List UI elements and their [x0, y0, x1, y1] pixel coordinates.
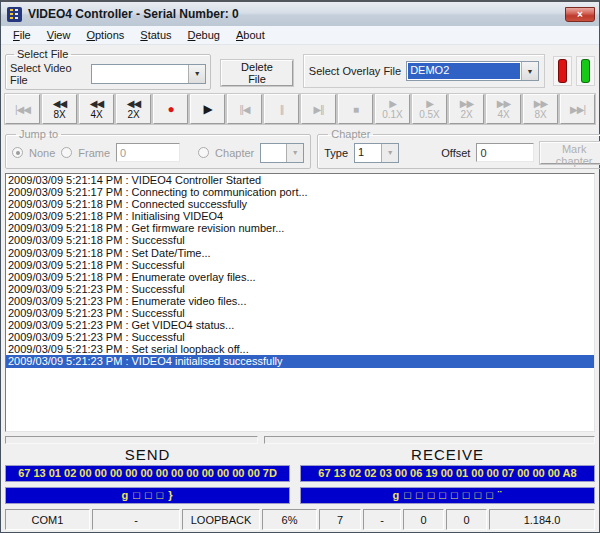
log-row[interactable]: 2009/03/09 5:21:18 PM : Get firmware rev…: [6, 222, 594, 234]
app-icon: [7, 7, 22, 22]
jump-chapter-radio: [198, 147, 209, 158]
led-indicators: [553, 56, 595, 86]
log-row[interactable]: 2009/03/09 5:21:17 PM : Connecting to co…: [6, 186, 594, 198]
status-bar: COM1-LOOPBACK6%7-001.184.0: [5, 509, 595, 530]
jump-none-label: None: [29, 147, 55, 159]
status-cell-3: 6%: [262, 509, 317, 530]
send-header: SEND: [5, 446, 290, 464]
log-row[interactable]: 2009/03/09 5:21:18 PM : Enumerate overla…: [6, 271, 594, 283]
chevron-down-icon[interactable]: ▼: [521, 62, 538, 80]
select-file-row: Select File Select Video File ▼ Delete F…: [5, 48, 595, 92]
stop-icon: ■: [353, 104, 358, 115]
forward-01x-button: ▶0.1X: [375, 94, 410, 124]
menu-bar: FileViewOptionsStatusDebugAbout: [1, 26, 599, 45]
overlay-file-value: DEMO2: [408, 63, 520, 79]
overlay-file-panel: Select Overlay File DEMO2 ▼: [303, 54, 545, 88]
forward-01x-icon: ▶: [389, 98, 396, 109]
play-pause-button: ▶||: [301, 94, 336, 124]
jump-to-group: Jump to None Frame Chapter ▼: [5, 128, 311, 169]
app-window: VIDEO4 Controller - Serial Number: 0 × F…: [0, 0, 600, 533]
status-cell-5: -: [363, 509, 401, 530]
log-row[interactable]: 2009/03/09 5:21:14 PM : VIDEO4 Controlle…: [6, 174, 594, 186]
log-row[interactable]: 2009/03/09 5:21:18 PM : Connected succes…: [6, 198, 594, 210]
log-row[interactable]: 2009/03/09 5:21:23 PM : Set serial loopb…: [6, 343, 594, 355]
rewind-2x-icon: ◀◀: [127, 98, 140, 109]
forward-2x-button: ▶▶2X: [449, 94, 484, 124]
transport-controls: |◀◀◀◀8X◀◀4X◀◀2X●▶||◀||▶||■▶0.1X▶0.5X▶▶2X…: [5, 94, 595, 124]
menu-about[interactable]: About: [228, 27, 273, 43]
log-row[interactable]: 2009/03/09 5:21:23 PM : Enumerate video …: [6, 295, 594, 307]
video-file-combobox[interactable]: ▼: [91, 64, 206, 84]
receive-ascii-display: g □ □ □ □ □ □ □ □ ¨: [300, 487, 595, 504]
jump-chapter-combobox: ▼: [260, 143, 304, 163]
chevron-down-icon[interactable]: ▼: [188, 65, 205, 83]
video-file-value: [92, 65, 188, 83]
record-button[interactable]: ●: [153, 94, 188, 124]
forward-4x-icon: ▶▶: [497, 98, 510, 109]
chapter-type-label: Type: [324, 147, 348, 159]
log-row[interactable]: 2009/03/09 5:21:23 PM : Successful: [6, 307, 594, 319]
play-icon: ▶: [203, 104, 211, 115]
play-button[interactable]: ▶: [190, 94, 225, 124]
chapter-type-combobox: 1 ▼: [354, 143, 399, 163]
log-row[interactable]: 2009/03/09 5:21:18 PM : Successful: [6, 259, 594, 271]
menu-options[interactable]: Options: [78, 27, 132, 43]
menu-debug[interactable]: Debug: [180, 27, 228, 43]
delete-file-button[interactable]: Delete File: [221, 60, 293, 86]
chapter-group-title: Chapter: [328, 128, 373, 140]
rewind-4x-button[interactable]: ◀◀4X: [79, 94, 114, 124]
jump-to-group-title: Jump to: [16, 128, 61, 140]
log-row[interactable]: 2009/03/09 5:21:23 PM : Get VIDEO4 statu…: [6, 319, 594, 331]
client-area: Select File Select Video File ▼ Delete F…: [1, 45, 599, 532]
receive-panel: RECEIVE 67 13 02 02 03 00 06 19 00 01 00…: [300, 446, 595, 504]
forward-8x-button: ▶▶8X: [523, 94, 558, 124]
skip-start-icon: |◀◀: [15, 104, 30, 115]
green-led: [581, 59, 590, 83]
rewind-8x-label: 8X: [53, 109, 65, 120]
pause-button: ||: [264, 94, 299, 124]
mark-chapter-button: Mark chapter: [540, 142, 600, 164]
status-cell-6: 0: [403, 509, 444, 530]
select-video-file-label: Select Video File: [10, 62, 87, 86]
log-row[interactable]: 2009/03/09 5:21:23 PM : VIDEO4 initialis…: [6, 355, 594, 367]
red-led-frame: [553, 56, 572, 86]
rewind-8x-icon: ◀◀: [53, 98, 66, 109]
overlay-file-combobox[interactable]: DEMO2 ▼: [406, 61, 539, 81]
log-row[interactable]: 2009/03/09 5:21:23 PM : Successful: [6, 283, 594, 295]
status-cell-4: 7: [319, 509, 361, 530]
status-cell-2: LOOPBACK: [182, 509, 260, 530]
chapter-offset-label: Offset: [441, 147, 470, 159]
rewind-2x-button[interactable]: ◀◀2X: [116, 94, 151, 124]
forward-2x-label: 2X: [460, 109, 472, 120]
rewind-4x-icon: ◀◀: [90, 98, 103, 109]
log-row[interactable]: 2009/03/09 5:21:18 PM : Initialising VID…: [6, 210, 594, 222]
chevron-down-icon: ▼: [381, 144, 398, 162]
pause-icon: ||: [280, 104, 283, 115]
chevron-down-icon: ▼: [286, 144, 303, 162]
jump-frame-radio: [61, 147, 72, 158]
window-title: VIDEO4 Controller - Serial Number: 0: [28, 7, 565, 21]
jump-chapter-label: Chapter: [215, 147, 254, 159]
status-cell-7: 0: [446, 509, 487, 530]
title-bar[interactable]: VIDEO4 Controller - Serial Number: 0 ×: [1, 2, 599, 26]
rewind-8x-button[interactable]: ◀◀8X: [42, 94, 77, 124]
menu-file[interactable]: File: [5, 27, 39, 43]
skip-end-button: ▶▶|: [560, 94, 595, 124]
log-row[interactable]: 2009/03/09 5:21:18 PM : Successful: [6, 234, 594, 246]
menu-status[interactable]: Status: [132, 27, 179, 43]
send-progress-bar: [5, 436, 258, 444]
stop-button: ■: [338, 94, 373, 124]
status-cell-0: COM1: [5, 509, 90, 530]
log-row[interactable]: 2009/03/09 5:21:23 PM : Successful: [6, 331, 594, 343]
status-cell-1: -: [92, 509, 180, 530]
jump-frame-input: [116, 143, 180, 162]
step-back-icon: ||◀: [240, 104, 250, 115]
close-button[interactable]: ×: [565, 7, 595, 22]
menu-view[interactable]: View: [39, 27, 79, 43]
jump-none-radio: [12, 147, 23, 158]
log-row[interactable]: 2009/03/09 5:21:18 PM : Set Date/Time...: [6, 247, 594, 259]
event-log-list[interactable]: 2009/03/09 5:21:14 PM : VIDEO4 Controlle…: [5, 173, 595, 432]
skip-start-button: |◀◀: [5, 94, 40, 124]
forward-01x-label: 0.1X: [382, 109, 403, 120]
forward-8x-label: 8X: [534, 109, 546, 120]
